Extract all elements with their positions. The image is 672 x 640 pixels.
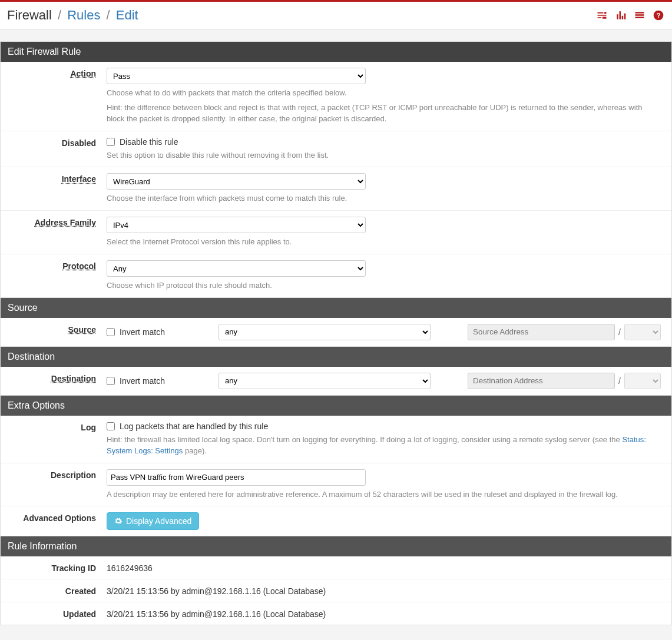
protocol-select[interactable]: Any — [107, 260, 366, 277]
label-address-family: Address Family — [35, 218, 96, 227]
updated-value: 3/20/21 15:13:56 by admin@192.168.1.16 (… — [107, 608, 671, 619]
log-help: Hint: the firewall has limited local log… — [107, 435, 661, 457]
interface-help: Choose the interface from which packets … — [107, 193, 661, 204]
disabled-help: Set this option to disable this rule wit… — [107, 150, 661, 161]
svg-text:?: ? — [656, 11, 660, 19]
destination-type-select[interactable]: any — [219, 373, 431, 389]
section-source-title: Source — [1, 298, 671, 318]
breadcrumb-edit[interactable]: Edit — [116, 8, 138, 22]
disabled-checkbox[interactable] — [107, 138, 115, 146]
display-advanced-label: Display Advanced — [126, 516, 191, 526]
destination-mask-select[interactable] — [624, 373, 661, 389]
breadcrumb-root[interactable]: Firewall — [7, 8, 52, 22]
breadcrumb-sep: / — [58, 8, 61, 22]
log-chk-label: Log packets that are handled by this rul… — [120, 422, 268, 431]
action-help2: Hint: the difference between block and r… — [107, 102, 661, 125]
breadcrumb: Firewall / Rules / Edit — [7, 8, 138, 23]
label-tracking-id: Tracking ID — [52, 563, 96, 573]
section-info-title: Rule Information — [1, 536, 671, 556]
label-updated: Updated — [63, 609, 96, 619]
breadcrumb-sep: / — [107, 8, 110, 22]
section-destination-title: Destination — [1, 347, 671, 367]
destination-address-input[interactable] — [468, 373, 615, 389]
label-advanced: Advanced Options — [23, 513, 96, 523]
destination-invert-label: Invert match — [120, 376, 165, 386]
mask-separator: / — [618, 327, 621, 337]
label-source: Source — [68, 325, 96, 334]
protocol-help: Choose which IP protocol this rule shoul… — [107, 280, 661, 291]
description-help: A description may be entered here for ad… — [107, 489, 661, 500]
section-edit-title: Edit Firewall Rule — [1, 42, 671, 62]
display-advanced-button[interactable]: Display Advanced — [107, 512, 199, 530]
address-family-select[interactable]: IPv4 — [107, 217, 366, 233]
label-created: Created — [65, 586, 96, 596]
source-invert-checkbox[interactable] — [107, 328, 115, 336]
tracking-id-value: 1616249636 — [107, 562, 671, 573]
gear-icon — [114, 517, 123, 525]
interface-select[interactable]: WireGuard — [107, 173, 366, 190]
section-extra-title: Extra Options — [1, 396, 671, 416]
disabled-chk-label: Disable this rule — [120, 137, 178, 147]
label-log: Log — [81, 423, 96, 432]
label-action: Action — [70, 69, 96, 78]
created-value: 3/20/21 15:13:56 by admin@192.168.1.16 (… — [107, 585, 671, 596]
label-interface: Interface — [62, 174, 96, 184]
source-type-select[interactable]: any — [219, 324, 431, 340]
label-disabled: Disabled — [62, 138, 96, 148]
source-invert-label: Invert match — [120, 327, 165, 337]
breadcrumb-rules[interactable]: Rules — [67, 8, 100, 22]
bar-chart-icon[interactable] — [614, 9, 627, 22]
log-checkbox[interactable] — [107, 422, 115, 430]
description-input[interactable] — [107, 469, 366, 486]
address-family-help: Select the Internet Protocol version thi… — [107, 237, 661, 248]
mask-separator: / — [618, 376, 621, 386]
list-icon[interactable] — [633, 9, 646, 22]
action-select[interactable]: Pass — [107, 68, 366, 84]
help-icon[interactable]: ? — [652, 9, 665, 22]
action-help1: Choose what to do with packets that matc… — [107, 88, 661, 99]
source-address-input[interactable] — [468, 324, 615, 340]
source-mask-select[interactable] — [624, 324, 661, 340]
destination-invert-checkbox[interactable] — [107, 377, 115, 385]
label-protocol: Protocol — [62, 261, 96, 271]
label-destination: Destination — [51, 374, 96, 383]
settings-sliders-icon[interactable] — [595, 9, 608, 22]
label-description: Description — [51, 470, 96, 480]
